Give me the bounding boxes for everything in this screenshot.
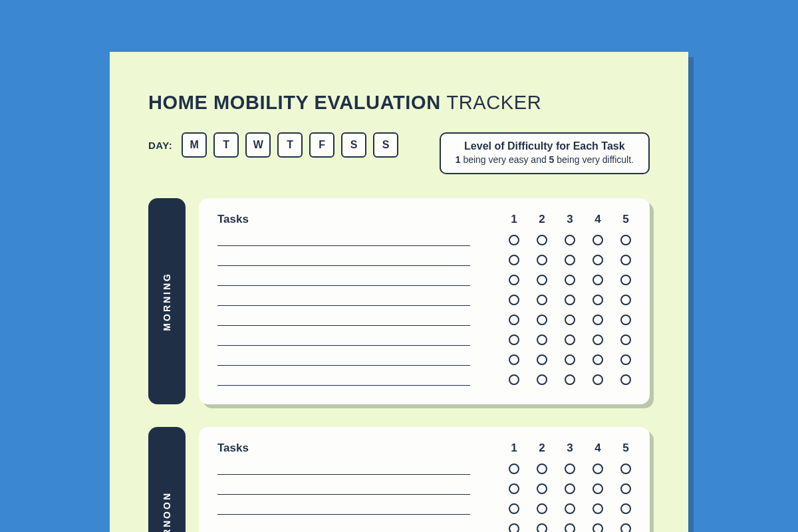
task-input-line[interactable] [217,254,470,266]
rating-circle[interactable] [509,464,519,474]
rating-circle[interactable] [565,464,575,474]
tracker-page: HOME MOBILITY EVALUATION TRACKER DAY: M … [110,52,688,532]
rating-circle[interactable] [620,255,631,265]
rating-circle[interactable] [509,255,519,265]
day-selector: DAY: M T W T F S S [148,132,398,158]
rating-circle[interactable] [509,235,519,245]
task-input-line[interactable] [217,294,470,306]
day-option-mon[interactable]: M [182,132,207,158]
rating-circle[interactable] [593,483,603,494]
rating-circle[interactable] [593,503,603,514]
task-row [217,270,631,290]
rating-circle[interactable] [509,275,519,285]
task-card-afternoon: Tasks 1 2 3 4 5 [199,427,650,532]
task-input-line[interactable] [217,334,470,346]
task-input-line[interactable] [217,374,470,386]
rating-circle[interactable] [537,275,547,285]
task-input-line[interactable] [217,274,470,286]
rating-circle[interactable] [620,315,631,325]
task-input-line[interactable] [217,523,470,532]
rating-circle[interactable] [565,523,575,532]
rating-circles [509,334,631,345]
rating-circle[interactable] [593,295,603,305]
rating-circle[interactable] [565,315,575,325]
rating-circle[interactable] [537,235,547,245]
rating-circle[interactable] [565,295,575,305]
rating-circle[interactable] [565,354,575,365]
rating-circle[interactable] [593,334,603,345]
task-row [217,330,631,350]
task-input-line[interactable] [217,463,470,475]
rating-circle[interactable] [537,374,547,385]
rating-circle[interactable] [537,464,547,474]
rating-circle[interactable] [565,503,575,514]
rating-circle[interactable] [593,235,603,245]
day-option-wed[interactable]: W [245,132,271,158]
rating-circle[interactable] [537,503,547,514]
task-input-line[interactable] [217,483,470,495]
rating-circle[interactable] [509,334,519,345]
rating-circle[interactable] [537,523,547,532]
title-bold: HOME MOBILITY EVALUATION [148,92,441,113]
rating-circles [509,295,631,305]
rating-circle[interactable] [509,374,519,385]
title-light: TRACKER [446,92,541,113]
rating-circle[interactable] [537,315,547,325]
rating-circle[interactable] [593,464,603,474]
rating-circles [509,354,631,365]
rating-circle[interactable] [565,374,575,385]
task-row [217,250,631,270]
rating-circle[interactable] [620,374,631,385]
rating-circle[interactable] [620,235,631,245]
rating-circle[interactable] [565,483,575,494]
rating-circle[interactable] [509,315,519,325]
task-rows-afternoon [217,459,631,532]
rating-circle[interactable] [593,523,603,532]
rating-circle[interactable] [537,295,547,305]
rating-circle[interactable] [620,334,631,345]
rating-headers: 1 2 3 4 5 [509,442,631,455]
rating-circle[interactable] [620,503,631,514]
rating-circle[interactable] [509,354,519,365]
rating-circle[interactable] [509,503,519,514]
day-label: DAY: [148,140,172,151]
rating-circle[interactable] [620,464,631,474]
rating-circle[interactable] [620,354,631,365]
rating-circle[interactable] [565,275,575,285]
task-input-line[interactable] [217,314,470,326]
rating-circle[interactable] [593,354,603,365]
rating-circle[interactable] [593,255,603,265]
rating-circle[interactable] [620,483,631,494]
day-option-fri[interactable]: F [309,132,334,158]
difficulty-legend: Level of Difficulty for Each Task 1 bein… [440,132,650,174]
rating-circle[interactable] [537,483,547,494]
rating-circle[interactable] [537,354,547,365]
rating-circle[interactable] [565,334,575,345]
rating-circle[interactable] [537,255,547,265]
task-input-line[interactable] [217,503,470,515]
task-card-morning: Tasks 1 2 3 4 5 [199,198,650,404]
rating-circle[interactable] [593,275,603,285]
task-input-line[interactable] [217,354,470,366]
rating-circle[interactable] [620,275,631,285]
rating-circle[interactable] [593,374,603,385]
rating-circle[interactable] [565,255,575,265]
rating-circle[interactable] [620,523,631,532]
section-afternoon: AFTERNOON Tasks 1 2 3 4 5 [148,427,650,532]
task-input-line[interactable] [217,234,470,246]
day-option-tue[interactable]: T [213,132,239,158]
rating-circle[interactable] [509,295,519,305]
rating-circle[interactable] [593,315,603,325]
day-option-thu[interactable]: T [277,132,303,158]
rating-circle[interactable] [620,295,631,305]
rating-circle[interactable] [509,523,519,532]
rating-circle[interactable] [509,483,519,494]
day-option-sat[interactable]: S [341,132,366,158]
tasks-heading: Tasks [217,213,470,226]
rating-circle[interactable] [537,334,547,345]
rating-circles [509,374,631,385]
rating-circle[interactable] [565,235,575,245]
task-row [217,499,631,519]
day-option-sun[interactable]: S [373,132,398,158]
rating-circles [509,523,631,532]
